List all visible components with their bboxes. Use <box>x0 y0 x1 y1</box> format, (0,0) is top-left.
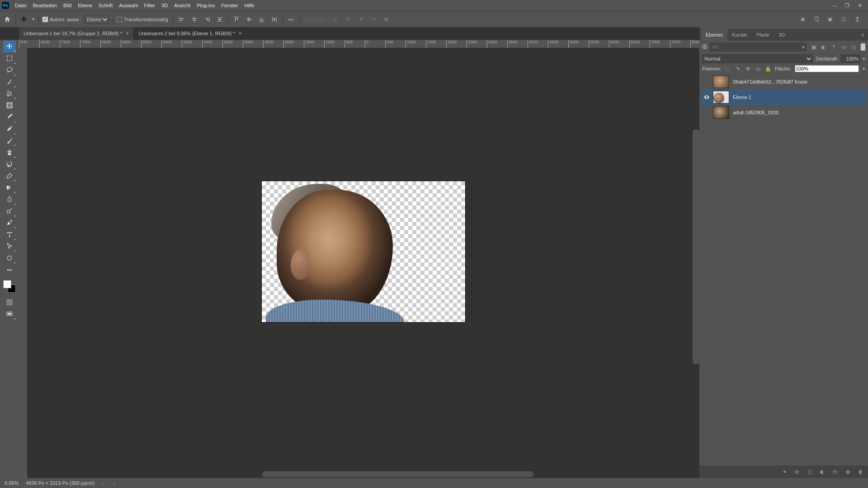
healing-brush-tool[interactable] <box>3 123 16 135</box>
menu-bild[interactable]: Bild <box>60 0 75 11</box>
align-center-h-icon[interactable] <box>190 15 199 24</box>
collapsed-panel-icon[interactable] <box>700 42 710 52</box>
menu-ebene[interactable]: Ebene <box>75 0 95 11</box>
canvas-area[interactable] <box>27 48 699 478</box>
horizontal-scrollbar[interactable] <box>262 471 533 477</box>
layer-name[interactable]: Ebene 1 <box>731 94 865 100</box>
layer-thumbnail[interactable] <box>713 106 729 119</box>
opacity-input[interactable] <box>841 55 860 63</box>
visibility-toggle[interactable] <box>702 108 711 117</box>
lock-pixels-icon[interactable]: ✎ <box>735 65 741 72</box>
document-dimensions[interactable]: 4936 Px × 3319 Px (300 ppcm) <box>26 480 94 486</box>
chevron-left-icon[interactable]: ‹ <box>113 480 115 486</box>
align-bottom-icon[interactable] <box>257 15 266 24</box>
workspace-icon[interactable]: ◫ <box>839 15 848 24</box>
move-tool[interactable] <box>3 41 16 52</box>
layer-name[interactable]: adult-1852908_1920 <box>731 110 865 115</box>
close-tab-icon[interactable]: × <box>126 30 129 37</box>
align-right-icon[interactable] <box>203 15 212 24</box>
frame-tool[interactable] <box>3 99 16 111</box>
layer-row[interactable]: 26ab471dd8dc52...7828df7 Kopie <box>701 74 866 89</box>
marquee-tool[interactable] <box>3 52 16 64</box>
screen-mode-tool[interactable] <box>3 308 16 320</box>
eyedropper-tool[interactable] <box>3 111 16 123</box>
fill-input[interactable] <box>795 65 859 72</box>
filter-adjust-icon[interactable]: ◐ <box>819 42 828 52</box>
align-center-v-icon[interactable] <box>245 15 254 24</box>
magic-wand-tool[interactable] <box>3 76 16 88</box>
cloud-docs-icon[interactable]: ◉ <box>798 15 807 24</box>
filter-toggle-switch[interactable] <box>861 43 865 51</box>
align-left-icon[interactable] <box>177 15 186 24</box>
menu-bearbeiten[interactable]: Bearbeiten <box>30 0 60 11</box>
layer-style-icon[interactable]: fx <box>793 469 801 474</box>
new-layer-icon[interactable]: ⊞ <box>844 469 852 475</box>
lock-transparency-icon[interactable]: ⬚ <box>725 65 731 72</box>
shape-tool[interactable] <box>3 252 16 264</box>
clone-stamp-tool[interactable] <box>3 146 16 158</box>
crop-tool[interactable] <box>3 88 16 99</box>
vertical-ruler[interactable] <box>19 48 27 478</box>
adjustment-layer-icon[interactable]: ◐ <box>818 469 826 475</box>
window-restore-icon[interactable]: ❐ <box>841 0 854 11</box>
layer-filter-input[interactable] <box>712 44 800 50</box>
tab-pfade[interactable]: Pfade <box>752 29 774 41</box>
zoom-level[interactable]: 9,06% <box>5 480 19 486</box>
edit-toolbar-icon[interactable]: ••• <box>3 264 16 276</box>
type-tool[interactable] <box>3 229 16 240</box>
eraser-tool[interactable] <box>3 170 16 182</box>
auto-select-target-dropdown[interactable]: Ebene <box>85 15 109 24</box>
color-swatches[interactable] <box>3 280 16 293</box>
panel-menu-icon[interactable]: ≡ <box>857 29 868 41</box>
home-icon[interactable] <box>3 15 12 24</box>
chevron-right-icon[interactable]: › <box>102 480 104 486</box>
distribute-v-icon[interactable] <box>270 15 279 24</box>
close-tab-icon[interactable]: × <box>239 30 242 37</box>
pen-tool[interactable] <box>3 217 16 229</box>
menu-3d[interactable]: 3D <box>158 0 171 11</box>
chevron-down-icon[interactable]: ▾ <box>863 66 865 72</box>
lock-all-icon[interactable]: 🔒 <box>765 65 771 72</box>
layer-thumbnail[interactable] <box>713 91 729 103</box>
quick-mask-tool[interactable] <box>3 296 16 308</box>
filter-type-icon[interactable]: T <box>829 42 838 52</box>
align-top-icon[interactable] <box>232 15 241 24</box>
lasso-tool[interactable] <box>3 64 16 76</box>
layer-mask-icon[interactable]: ◻ <box>806 469 814 475</box>
auto-select-checkbox[interactable]: ✓ Autom. ausw.: <box>42 17 81 22</box>
layer-thumbnail[interactable] <box>713 75 729 88</box>
menu-plugins[interactable]: Plug-ins <box>193 0 218 11</box>
arrange-docs-icon[interactable]: ▣ <box>826 15 835 24</box>
menu-schrift[interactable]: Schrift <box>95 0 116 11</box>
layer-name[interactable]: 26ab471dd8dc52...7828df7 Kopie <box>731 79 865 84</box>
dodge-tool[interactable] <box>3 205 16 217</box>
menu-fenster[interactable]: Fenster <box>218 0 241 11</box>
brush-tool[interactable] <box>3 135 16 146</box>
filter-pixel-icon[interactable]: ▦ <box>809 42 818 52</box>
foreground-color-swatch[interactable] <box>3 280 11 288</box>
vertical-scrollbar[interactable] <box>693 129 699 364</box>
layer-filter-search[interactable]: 🔍 ▾ <box>702 42 807 52</box>
move-tool-icon[interactable] <box>19 15 28 24</box>
window-minimize-icon[interactable]: — <box>828 0 841 11</box>
menu-auswahl[interactable]: Auswahl <box>116 0 141 11</box>
filter-smart-icon[interactable]: ◫ <box>849 42 858 52</box>
horizontal-ruler[interactable]: 5008000750070006500600055005000450040003… <box>19 40 699 48</box>
document-tab[interactable]: Unbenannt-1 bei 18,7% (Gruppe 1, RGB/8) … <box>19 27 134 40</box>
layer-row[interactable]: adult-1852908_1920 <box>701 105 866 120</box>
tab-kanaele[interactable]: Kanäle <box>727 29 752 41</box>
tab-3d[interactable]: 3D <box>774 29 789 41</box>
menu-filter[interactable]: Filter <box>141 0 158 11</box>
delete-layer-icon[interactable]: 🗑 <box>856 469 864 474</box>
blur-tool[interactable] <box>3 193 16 205</box>
tab-ebenen[interactable]: Ebenen <box>701 29 727 41</box>
link-layers-icon[interactable]: ⚭ <box>780 469 788 475</box>
lock-artboard-icon[interactable]: ▭ <box>755 65 761 72</box>
search-icon[interactable] <box>812 15 821 24</box>
blend-mode-dropdown[interactable]: Normal <box>702 54 813 63</box>
layer-group-icon[interactable]: 🗀 <box>831 469 839 474</box>
layer-row[interactable]: Ebene 1 <box>701 89 866 105</box>
distribute-h-icon[interactable] <box>215 15 224 24</box>
visibility-toggle[interactable] <box>702 77 711 86</box>
menu-ansicht[interactable]: Ansicht <box>171 0 193 11</box>
